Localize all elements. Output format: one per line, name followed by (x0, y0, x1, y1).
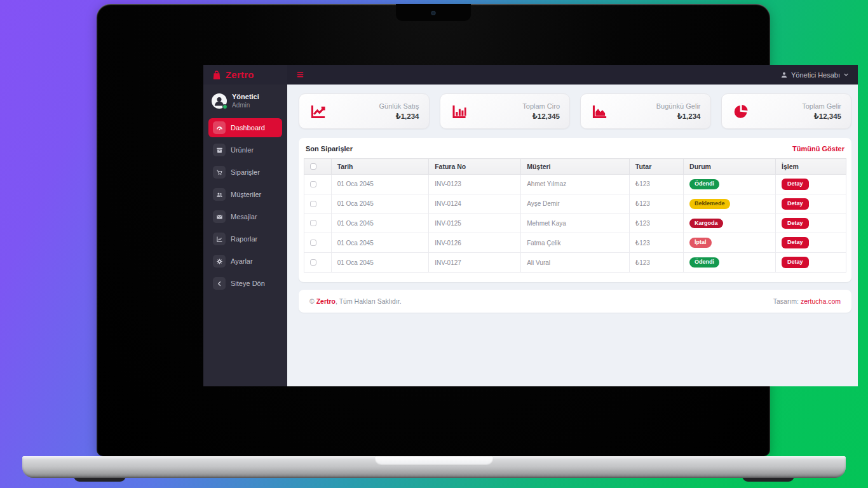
user-profile[interactable]: Yönetici Admin (203, 85, 287, 117)
design-credit: Tasarım:zertucha.com (773, 297, 841, 305)
row-checkbox[interactable] (310, 181, 316, 187)
stat-card-today-income: Bugünkü Gelir ₺1,234 (580, 93, 711, 129)
order-invoice: INV-0124 (429, 194, 521, 214)
online-status-dot (222, 104, 227, 109)
orders-cart-icon (213, 166, 226, 179)
area-chart-icon (590, 103, 609, 120)
column-header-status: Durum (684, 159, 776, 175)
sidebar-item-dashboard[interactable]: Dashboard (208, 118, 282, 137)
stat-label: Günlük Satış (379, 102, 419, 110)
customers-icon (213, 188, 226, 201)
order-amount: ₺123 (629, 253, 683, 273)
order-date: 01 Oca 2045 (331, 253, 429, 273)
design-link[interactable]: zertucha.com (801, 297, 841, 305)
chevron-down-icon (843, 72, 849, 78)
sidebar-item-back-to-site[interactable]: Siteye Dön (208, 274, 282, 293)
copyright-symbol: © (309, 297, 315, 305)
status-badge: İptal (689, 238, 712, 248)
order-amount: ₺123 (629, 175, 683, 194)
sidebar-item-label: Siteye Dön (231, 280, 265, 287)
copyright-text: © Zertro, Tüm Hakları Saklıdır. (309, 297, 402, 305)
detail-button[interactable]: Detay (782, 257, 809, 268)
sidebar-item-orders[interactable]: Siparişler (208, 163, 282, 182)
stat-value: ₺12,345 (522, 112, 560, 121)
select-all-checkbox[interactable] (310, 163, 316, 170)
order-amount: ₺123 (629, 194, 683, 214)
status-badge: Ödendi (689, 257, 719, 268)
shopping-bag-icon (212, 70, 222, 80)
order-customer: Ahmet Yılmaz (521, 175, 630, 194)
detail-button[interactable]: Detay (782, 179, 809, 190)
avatar (212, 93, 227, 109)
stat-label: Toplam Gelir (802, 102, 841, 110)
order-customer: Fatma Çelik (521, 233, 630, 253)
sidebar-item-label: Raporlar (231, 235, 257, 243)
sidebar-item-label: Siparişler (231, 168, 260, 176)
status-badge: Kargoda (689, 219, 723, 229)
design-label: Tasarım: (773, 297, 799, 305)
row-checkbox[interactable] (310, 220, 316, 226)
pie-chart-icon (731, 103, 750, 120)
sidebar: Zertro Yönetici Admin (203, 65, 287, 386)
detail-button[interactable]: Detay (782, 198, 809, 210)
topbar: Yönetici Hesabı (287, 65, 858, 85)
stat-value: ₺1,234 (379, 112, 419, 121)
column-header-action: İşlem (776, 159, 846, 175)
status-badge: Beklemede (689, 199, 730, 209)
messages-envelope-icon (213, 210, 226, 223)
stat-card-total-income: Toplam Gelir ₺12,345 (721, 93, 852, 129)
laptop-screen: Zertro Yönetici Admin (97, 4, 770, 456)
order-invoice: INV-0123 (429, 175, 521, 194)
order-invoice: INV-0126 (429, 233, 521, 253)
stat-card-total-turnover: Toplam Ciro ₺12,345 (440, 93, 571, 129)
column-header-amount: Tutar (629, 159, 683, 175)
content-area: Günlük Satış ₺1,234 To (287, 85, 858, 386)
column-header-date: Tarih (331, 159, 429, 175)
sidebar-item-messages[interactable]: Mesajlar (208, 207, 282, 226)
column-header-invoice: Fatura No (429, 159, 521, 175)
order-customer: Mehmet Kaya (521, 214, 630, 233)
account-dropdown[interactable]: Yönetici Hesabı (780, 71, 849, 79)
footer: © Zertro, Tüm Hakları Saklıdır. Tasarım:… (299, 290, 851, 313)
row-checkbox[interactable] (310, 240, 316, 246)
back-arrow-icon (213, 277, 226, 290)
recent-orders-card: Son Siparişler Tümünü Göster Tarih (299, 138, 851, 282)
footer-brand-link[interactable]: Zertro (316, 297, 336, 305)
stat-label: Toplam Ciro (522, 102, 560, 110)
admin-dashboard-app: Zertro Yönetici Admin (203, 65, 858, 386)
view-all-link[interactable]: Tümünü Göster (792, 145, 844, 152)
order-date: 01 Oca 2045 (331, 175, 429, 194)
profile-name: Yönetici (232, 93, 259, 102)
order-date: 01 Oca 2045 (331, 194, 429, 214)
sidebar-item-reports[interactable]: Raporlar (208, 229, 282, 248)
order-invoice: INV-0125 (429, 214, 521, 233)
row-checkbox[interactable] (310, 259, 316, 266)
products-icon (213, 144, 226, 156)
account-label: Yönetici Hesabı (791, 71, 840, 79)
sidebar-item-settings[interactable]: Ayarlar (208, 252, 282, 271)
stat-label: Bugünkü Gelir (656, 102, 701, 110)
detail-button[interactable]: Detay (782, 218, 809, 229)
webcam-icon (431, 11, 436, 15)
order-customer: Ali Vural (521, 253, 630, 273)
hamburger-icon[interactable] (296, 71, 304, 79)
settings-gear-icon (213, 255, 226, 268)
profile-role: Admin (232, 102, 259, 110)
sidebar-item-customers[interactable]: Müşteriler (208, 185, 282, 204)
stat-value: ₺12,345 (802, 112, 841, 121)
line-chart-icon (309, 103, 328, 120)
sidebar-item-label: Mesajlar (231, 213, 257, 220)
row-checkbox[interactable] (310, 201, 316, 207)
stat-card-daily-sales: Günlük Satış ₺1,234 (299, 93, 430, 129)
sidebar-item-label: Ürünler (231, 146, 254, 154)
reports-chart-icon (213, 233, 226, 245)
brand-logo[interactable]: Zertro (203, 65, 287, 85)
stat-value: ₺1,234 (656, 112, 701, 121)
camera-notch (396, 4, 471, 21)
order-invoice: INV-0127 (429, 253, 521, 273)
column-header-customer: Müşteri (521, 159, 630, 175)
detail-button[interactable]: Detay (782, 237, 809, 248)
sidebar-item-products[interactable]: Ürünler (208, 140, 282, 159)
stat-cards: Günlük Satış ₺1,234 To (299, 93, 851, 129)
order-customer: Ayşe Demir (521, 194, 630, 214)
